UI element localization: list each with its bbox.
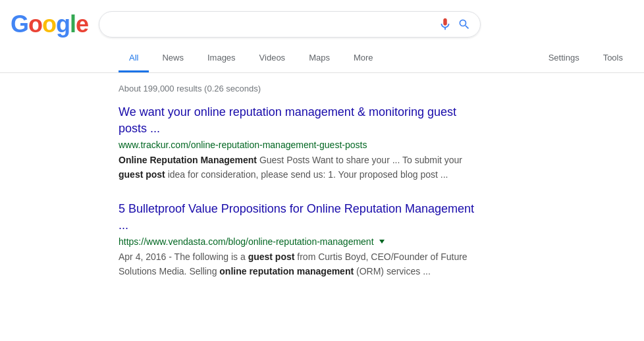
tab-all[interactable]: All [119,45,149,72]
results-count: About 199,000 results (0.26 seconds) [119,78,474,104]
search-icon[interactable] [458,18,471,31]
search-bar: "guest post" online reputation managemen… [99,11,481,38]
tab-tools[interactable]: Tools [593,45,633,72]
tab-settings[interactable]: Settings [538,45,590,72]
google-logo: Google [11,11,88,38]
result-url: www.trackur.com/online-reputation-manage… [119,140,474,150]
header: Google "guest post" online reputation ma… [0,0,644,38]
nav-right: Settings Tools [538,45,633,72]
result-title[interactable]: We want your online reputation managemen… [119,104,474,137]
tab-videos[interactable]: Videos [249,45,296,72]
result-snippet: Online Reputation Management Guest Posts… [119,153,474,182]
tab-maps[interactable]: Maps [298,45,340,72]
nav-tabs: All News Images Videos Maps More Setting… [0,45,644,73]
result-snippet-2: Apr 4, 2016 - The following is a guest p… [119,249,474,278]
search-result: 5 Bulletproof Value Propositions for Onl… [119,201,474,279]
mic-icon[interactable] [438,17,452,32]
result-url-2: https://www.vendasta.com/blog/online-rep… [119,236,474,247]
result-title-2[interactable]: 5 Bulletproof Value Propositions for Onl… [119,201,474,234]
search-result: We want your online reputation managemen… [119,104,474,182]
tab-news[interactable]: News [151,45,194,72]
search-input[interactable]: "guest post" online reputation managemen… [109,18,433,30]
dropdown-arrow-icon[interactable] [379,240,385,244]
results-container: About 199,000 results (0.26 seconds) We … [0,73,474,278]
tab-images[interactable]: Images [197,45,246,72]
tab-more[interactable]: More [343,45,384,72]
